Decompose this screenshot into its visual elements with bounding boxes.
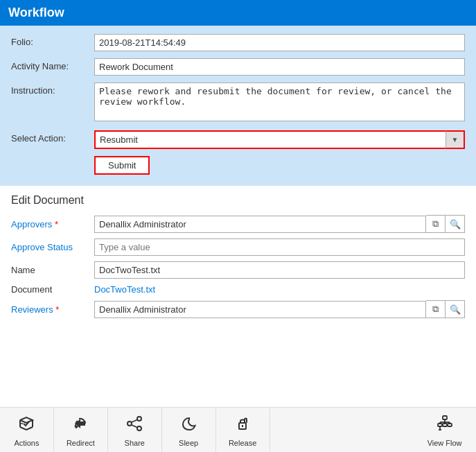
document-row: Document DocTwoTest.txt <box>11 284 465 295</box>
document-field: DocTwoTest.txt <box>94 284 465 295</box>
folio-field <box>94 34 465 51</box>
reviewers-copy-icon[interactable]: ⧉ <box>426 300 446 318</box>
reviewers-label: Reviewers <box>11 304 94 315</box>
toolbar-item-view-flow[interactable]: View Flow <box>413 408 476 452</box>
select-action-wrapper: Resubmit Cancel ▼ <box>94 130 465 149</box>
instruction-label: Instruction: <box>11 82 94 96</box>
svg-line-6 <box>132 419 137 422</box>
workflow-section: Workflow Folio: Activity Name: Instructi… <box>0 0 476 186</box>
toolbar-item-release[interactable]: Release <box>216 408 270 452</box>
svg-rect-18 <box>448 424 452 426</box>
folio-input[interactable] <box>94 34 465 51</box>
reviewers-row: Reviewers ⧉ 🔍 <box>11 300 465 318</box>
reviewers-input[interactable] <box>94 301 426 318</box>
select-action-field: Resubmit Cancel ▼ <box>94 130 465 149</box>
document-label: Document <box>11 284 94 295</box>
view-flow-label: View Flow <box>427 439 462 447</box>
approvers-field: ⧉ 🔍 <box>94 215 465 233</box>
sleep-label: Sleep <box>179 439 198 447</box>
svg-rect-10 <box>443 416 447 419</box>
select-action-label: Select Action: <box>11 130 94 144</box>
name-field <box>94 261 465 279</box>
release-icon <box>233 415 252 437</box>
svg-point-3 <box>137 417 141 421</box>
approvers-label: Approvers <box>11 219 94 229</box>
toolbar-item-share[interactable]: Share <box>108 408 162 452</box>
activity-label: Activity Name: <box>11 58 94 71</box>
approvers-input[interactable] <box>94 216 426 233</box>
toolbar-item-sleep[interactable]: Sleep <box>162 408 216 452</box>
approvers-copy-icon[interactable]: ⧉ <box>426 215 446 233</box>
instruction-field <box>94 82 465 123</box>
workflow-body: Folio: Activity Name: Instruction: Selec… <box>0 26 476 186</box>
redirect-label: Redirect <box>67 439 95 447</box>
toolbar-item-actions[interactable]: Actions <box>0 408 54 452</box>
reviewers-field: ⧉ 🔍 <box>94 300 465 318</box>
select-action-dropdown[interactable]: Resubmit Cancel <box>94 130 465 149</box>
approve-status-label: Approve Status <box>11 242 94 252</box>
instruction-row: Instruction: <box>11 82 465 123</box>
share-label: Share <box>125 439 145 447</box>
submit-button[interactable]: Submit <box>94 156 150 175</box>
actions-icon <box>17 415 35 437</box>
view-flow-icon <box>436 415 454 437</box>
select-action-row: Select Action: Resubmit Cancel ▼ <box>11 130 465 149</box>
workflow-title: Workflow <box>8 6 64 19</box>
activity-field <box>94 58 465 76</box>
approvers-search-icon[interactable]: 🔍 <box>446 215 465 233</box>
svg-point-4 <box>137 426 141 431</box>
share-icon <box>125 415 143 437</box>
redirect-icon <box>71 415 89 437</box>
activity-input[interactable] <box>94 58 465 76</box>
svg-point-5 <box>127 421 132 426</box>
edit-document-header: Edit Document <box>11 194 465 207</box>
approve-status-row: Approve Status <box>11 238 465 256</box>
name-row: Name <box>11 261 465 279</box>
activity-row: Activity Name: <box>11 58 465 76</box>
actions-label: Actions <box>14 439 39 447</box>
folio-label: Folio: <box>11 34 94 47</box>
instruction-textarea[interactable] <box>94 82 465 121</box>
approve-status-field <box>94 238 465 256</box>
approvers-row: Approvers ⧉ 🔍 <box>11 215 465 233</box>
toolbar-spacer <box>270 408 414 452</box>
sleep-icon <box>179 415 197 437</box>
svg-line-7 <box>132 425 137 428</box>
folio-row: Folio: <box>11 34 465 51</box>
edit-document-section: Edit Document Approvers ⧉ 🔍 Approve Stat… <box>0 186 476 407</box>
document-link[interactable]: DocTwoTest.txt <box>94 284 155 295</box>
toolbar-item-redirect[interactable]: Redirect <box>54 408 108 452</box>
release-label: Release <box>229 439 256 447</box>
toolbar: Actions Redirect Share <box>0 407 476 452</box>
svg-rect-16 <box>438 424 442 426</box>
submit-row: Submit <box>11 156 465 175</box>
workflow-header: Workflow <box>0 0 476 26</box>
approve-status-input[interactable] <box>94 238 465 256</box>
name-label: Name <box>11 265 94 275</box>
reviewers-search-icon[interactable]: 🔍 <box>446 300 465 318</box>
svg-rect-17 <box>443 424 447 426</box>
name-input[interactable] <box>94 261 465 279</box>
